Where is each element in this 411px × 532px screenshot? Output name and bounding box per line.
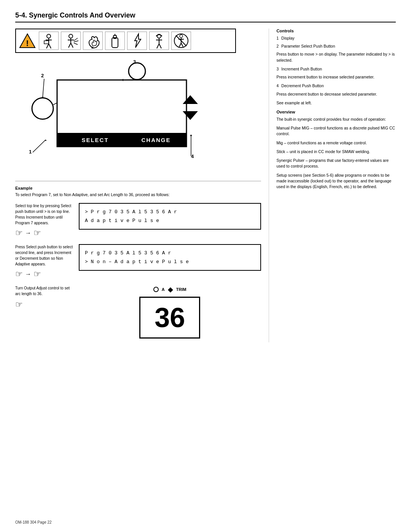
step2-text: Press Select push button to select secon… — [15, 244, 74, 267]
step2-line1: P r g 7 0 3 5 A l 5 3 5 6 A r — [85, 249, 255, 257]
warning-icons-row: ! — [15, 29, 236, 53]
svg-line-6 — [49, 44, 51, 48]
control-diagram: SELECT CHANGE 1 — [15, 59, 236, 177]
svg-marker-40 — [183, 95, 198, 104]
svg-line-23 — [159, 44, 161, 48]
svg-point-8 — [69, 34, 73, 38]
svg-line-13 — [74, 38, 78, 41]
ctrl-label-2: Parameter Select Push Button — [281, 44, 335, 48]
section-divider — [15, 181, 261, 181]
example-desc: To select Program 7, set to Non Adaptive… — [15, 192, 261, 198]
svg-rect-31 — [57, 80, 186, 147]
right-column: Controls 1 Display 2 Parameter Select Pu… — [269, 29, 396, 342]
hand-icon-5: ☞ — [15, 300, 23, 310]
hand-icon-2: ☞ — [33, 228, 41, 238]
output-circle — [153, 287, 159, 292]
overview-para-6: Setup screens (see Section 5-6) allow pr… — [277, 173, 396, 190]
ctrl-label-1: Display — [281, 36, 294, 40]
footer: OM-188 304 Page 22 — [15, 520, 52, 524]
step1-line2: A d a p t i v e P u l s e — [85, 216, 255, 225]
controls-list: Controls 1 Display 2 Parameter Select Pu… — [277, 29, 396, 106]
svg-text:SELECT: SELECT — [81, 137, 108, 143]
page-title: 5-4. Synergic Controls And Overview — [15, 11, 396, 22]
control-item-1: 1 Display — [277, 35, 396, 41]
step2-display: P r g 7 0 3 5 A l 5 3 5 6 A r > N o n – … — [79, 244, 261, 271]
ctrl-label-3: Increment Push Button — [281, 67, 322, 71]
overview-section: Overview The built-in synergic control p… — [277, 110, 396, 190]
safety-icon-6 — [149, 32, 169, 50]
step1-line1: > P r g 7 0 3 5 A l 5 3 5 6 A r — [85, 208, 255, 216]
main-content: ! — [15, 29, 396, 342]
overview-para-2: Manual Pulse MIG – control functions as … — [277, 125, 396, 137]
page: 5-4. Synergic Controls And Overview ! — [0, 0, 411, 532]
svg-line-11 — [68, 43, 71, 48]
overview-para-3: Mig – control functions as a remote volt… — [277, 140, 396, 146]
step3-display: A ◆ TRIM 36 — [79, 285, 261, 339]
svg-rect-7 — [44, 41, 49, 44]
svg-point-25 — [180, 35, 183, 38]
svg-line-46 — [43, 79, 44, 98]
control-item-3: 3 Increment Push Button — [277, 66, 396, 72]
svg-marker-41 — [183, 111, 198, 120]
hand-icon-3: ☞ — [15, 269, 23, 279]
svg-rect-32 — [57, 133, 186, 147]
safety-icon-3 — [83, 32, 103, 50]
step2-hand-icons: ☞ → ☞ — [15, 269, 74, 279]
left-column: ! — [15, 29, 269, 342]
step1-display: > P r g 7 0 3 5 A l 5 3 5 6 A r A d a p … — [79, 203, 261, 230]
example-title: Example — [15, 186, 261, 190]
step2-left: Press Select push button to select secon… — [15, 244, 74, 279]
svg-point-37 — [129, 63, 145, 80]
svg-line-14 — [74, 41, 78, 42]
step1-left: Select top line by pressing Select push … — [15, 203, 74, 238]
svg-line-28 — [179, 43, 181, 47]
svg-text:!: ! — [26, 38, 29, 48]
ctrl-num-3: 3 — [277, 67, 279, 71]
arrow-right-1: → — [25, 230, 31, 236]
svg-line-12 — [71, 43, 73, 48]
overview-para-1: The built-in synergic control provides f… — [277, 117, 396, 122]
safety-icon-1 — [39, 32, 59, 50]
svg-text:2: 2 — [41, 73, 44, 78]
diamond-icon: ◆ — [168, 285, 173, 294]
svg-text:3: 3 — [133, 59, 136, 65]
warning-triangle-icon: ! — [18, 32, 37, 50]
safety-icon-4 — [105, 32, 125, 50]
overview-para-4: Stick – unit is placed in CC mode for SM… — [277, 149, 396, 155]
ctrl-num-1: 1 — [277, 36, 279, 40]
svg-marker-51 — [45, 140, 47, 141]
see-example: See example at left. — [277, 100, 396, 106]
hand-icon-1: ☞ — [15, 228, 23, 238]
hand-icon-4: ☞ — [33, 269, 41, 279]
overview-para-5: Synergic Pulser – programs that use fact… — [277, 158, 396, 169]
svg-marker-49 — [190, 134, 192, 136]
step3-left: Turn Output Adjust control to set arc le… — [15, 285, 74, 310]
svg-text:1: 1 — [29, 149, 32, 155]
step2-line2: > N o n – A d a p t i v e P u l s e — [85, 257, 255, 266]
step3-text: Turn Output Adjust control to set arc le… — [15, 285, 74, 297]
step1-text: Select top line by pressing Select push … — [15, 203, 74, 226]
svg-point-2 — [47, 34, 51, 38]
ctrl-desc-3: Press increment button to increase selec… — [277, 74, 396, 80]
control-item-4: 4 Decrement Push Button — [277, 83, 396, 89]
svg-line-30 — [176, 35, 186, 46]
ctrl-num-2: 2 — [277, 44, 279, 48]
step1-hand-icons: ☞ → ☞ — [15, 228, 74, 238]
oa-label: A — [162, 287, 165, 292]
ctrl-desc-4: Press decrement button to decrease selec… — [277, 91, 396, 97]
svg-line-50 — [33, 140, 46, 152]
safety-icon-7 — [171, 32, 191, 50]
svg-rect-16 — [112, 38, 118, 48]
safety-icon-2 — [61, 32, 81, 50]
svg-text:CHANGE: CHANGE — [141, 137, 170, 143]
svg-text:4: 4 — [191, 153, 194, 159]
safety-icon-5 — [127, 32, 147, 50]
step3-hand-icons: ☞ — [15, 300, 74, 310]
ctrl-num-4: 4 — [277, 83, 279, 88]
svg-line-38 — [122, 80, 137, 80]
arrow-right-2: → — [25, 271, 31, 278]
svg-line-22 — [157, 44, 159, 48]
overview-title: Overview — [277, 110, 396, 114]
oa-trim-row: A ◆ TRIM — [153, 285, 186, 294]
controls-title: Controls — [277, 29, 396, 33]
